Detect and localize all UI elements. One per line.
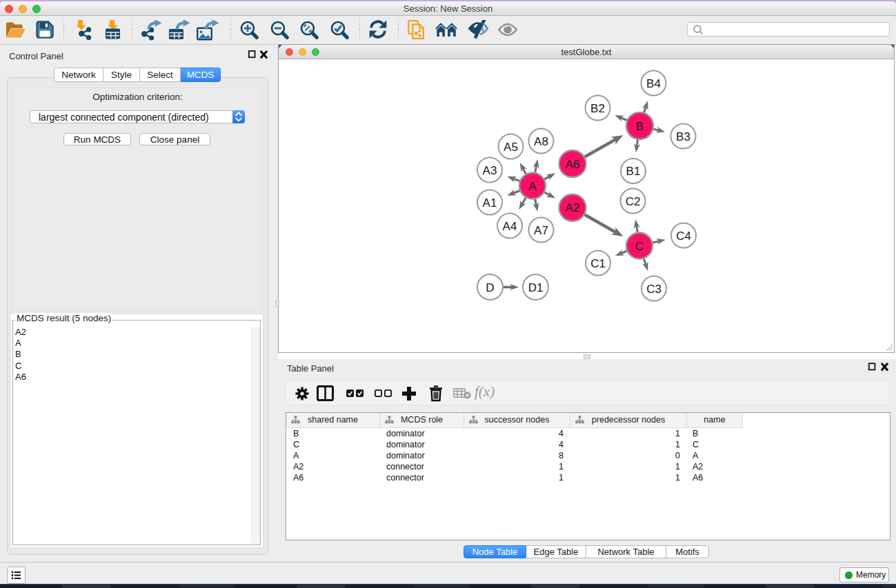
svg-text:C4: C4 bbox=[676, 230, 691, 243]
svg-text:A1: A1 bbox=[483, 196, 497, 210]
svg-text:A3: A3 bbox=[483, 164, 497, 177]
svg-text:D1: D1 bbox=[528, 281, 544, 294]
svg-text:C: C bbox=[635, 240, 644, 253]
svg-text:A5: A5 bbox=[504, 141, 518, 154]
svg-text:B2: B2 bbox=[590, 102, 605, 115]
svg-text:B: B bbox=[636, 120, 644, 133]
svg-text:B1: B1 bbox=[626, 165, 641, 178]
svg-text:D: D bbox=[486, 281, 494, 294]
svg-text:C1: C1 bbox=[590, 257, 606, 270]
svg-text:A2: A2 bbox=[566, 201, 580, 214]
svg-text:A: A bbox=[528, 180, 537, 193]
svg-text:C3: C3 bbox=[646, 283, 661, 296]
svg-text:A6: A6 bbox=[566, 158, 580, 171]
svg-text:A7: A7 bbox=[534, 224, 548, 237]
svg-text:B3: B3 bbox=[676, 130, 690, 143]
svg-text:B4: B4 bbox=[646, 77, 661, 90]
svg-text:C2: C2 bbox=[626, 195, 641, 208]
svg-text:A8: A8 bbox=[534, 135, 548, 148]
svg-text:A4: A4 bbox=[503, 220, 517, 233]
